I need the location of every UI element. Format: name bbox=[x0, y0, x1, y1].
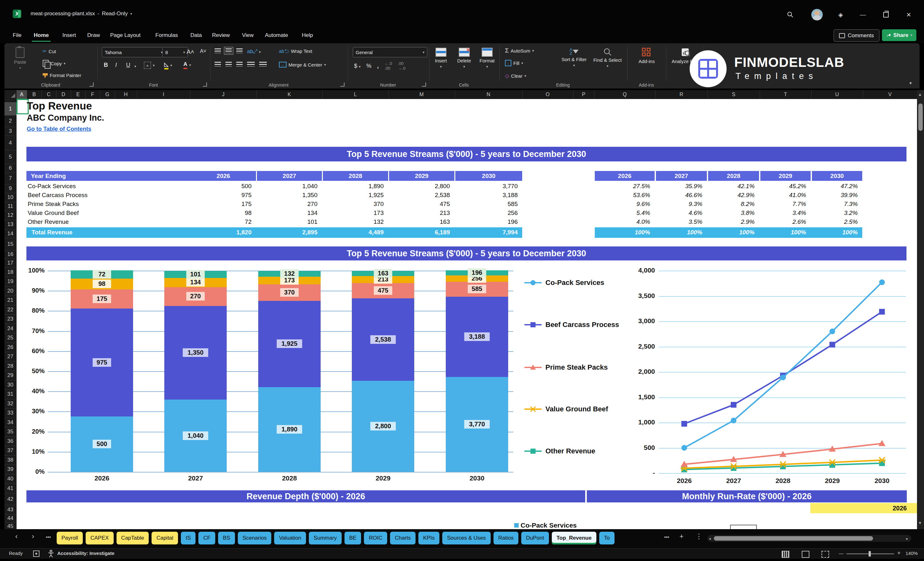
hscroll-left-icon[interactable]: ◂ bbox=[709, 536, 711, 541]
row-header-5[interactable]: 5 bbox=[4, 150, 16, 164]
pct-cell[interactable]: 42.9% bbox=[708, 192, 754, 199]
pct-cell[interactable]: 47.2% bbox=[812, 183, 858, 190]
column-header-G[interactable]: G bbox=[100, 90, 115, 99]
normal-view-icon[interactable] bbox=[782, 551, 789, 558]
table-cell[interactable]: 1,925 bbox=[323, 192, 384, 199]
menu-tab-formulas[interactable]: Formulas bbox=[153, 30, 180, 41]
pct-cell[interactable]: 3.4% bbox=[760, 210, 806, 216]
row-header-27[interactable]: 27 bbox=[4, 352, 16, 362]
table-cell[interactable]: 370 bbox=[323, 201, 384, 208]
row-header-3[interactable]: 3 bbox=[4, 127, 16, 136]
close-button[interactable]: ✕ bbox=[902, 8, 915, 21]
row-header-42[interactable]: 42 bbox=[4, 493, 16, 505]
table-cell[interactable]: 163 bbox=[389, 218, 450, 225]
row-header-30[interactable]: 30 bbox=[4, 380, 16, 390]
sheet-tab-cf[interactable]: CF bbox=[198, 532, 215, 544]
sheet-tab-sources-uses[interactable]: Sources & Uses bbox=[442, 532, 490, 544]
pct-cell[interactable]: 39.9% bbox=[812, 192, 858, 199]
row-header-9[interactable]: 9 bbox=[4, 184, 16, 193]
row-header-17[interactable]: 17 bbox=[4, 258, 16, 268]
sheet-tab-is[interactable]: IS bbox=[181, 532, 195, 544]
table-cell[interactable]: 72 bbox=[191, 218, 252, 225]
legend-item-co-pack-services[interactable]: Co-Pack Services bbox=[524, 279, 604, 287]
pct-cell[interactable]: 3.8% bbox=[708, 210, 754, 216]
table-cell[interactable]: 175 bbox=[191, 201, 252, 208]
comments-button[interactable]: Comments bbox=[834, 29, 879, 42]
row-header-29[interactable]: 29 bbox=[4, 370, 16, 381]
row-header-10[interactable]: 10 bbox=[4, 193, 16, 202]
tab-scroll-left-icon[interactable]: ‹ bbox=[15, 532, 18, 541]
pct-cell[interactable]: 4.6% bbox=[656, 210, 702, 216]
column-header-L[interactable]: L bbox=[322, 90, 389, 99]
row-header-4[interactable]: 4 bbox=[4, 136, 16, 150]
row-header-39[interactable]: 39 bbox=[4, 465, 16, 474]
row-header-2[interactable]: 2 bbox=[4, 115, 16, 127]
pct-cell[interactable]: 3.5% bbox=[656, 218, 702, 225]
table-cell[interactable]: 2,800 bbox=[389, 183, 450, 190]
table-cell[interactable]: 2,538 bbox=[389, 192, 450, 199]
column-header-D[interactable]: D bbox=[56, 90, 71, 99]
pct-cell[interactable]: 7.7% bbox=[760, 201, 806, 208]
table-row-label[interactable]: Prime Steak Packs bbox=[28, 201, 79, 210]
row-header-6[interactable]: 6 bbox=[4, 164, 16, 173]
pct-cell[interactable]: 7.3% bbox=[812, 201, 858, 208]
new-sheet-icon[interactable]: + bbox=[680, 532, 684, 541]
tab-more-icon[interactable]: ••• bbox=[664, 534, 669, 540]
collapse-ribbon-icon[interactable]: ▾ bbox=[909, 80, 912, 86]
table-cell[interactable]: 196 bbox=[455, 218, 518, 225]
page-break-view-icon[interactable] bbox=[822, 551, 829, 558]
sheet-tab-valuation[interactable]: Valuation bbox=[274, 532, 306, 544]
menu-tab-draw[interactable]: Draw bbox=[86, 30, 102, 41]
zoom-in-icon[interactable]: + bbox=[897, 550, 901, 556]
table-row-label[interactable]: Beef Carcass Process bbox=[28, 192, 87, 201]
tab-scroll-right-icon[interactable]: › bbox=[32, 532, 34, 541]
row-header-16[interactable]: 16 bbox=[4, 250, 16, 259]
pct-cell[interactable]: 3.2% bbox=[812, 210, 858, 216]
table-cell[interactable]: 132 bbox=[323, 218, 384, 225]
row-headers[interactable]: 1234567910111213141516171819202122232425… bbox=[4, 99, 16, 529]
font-dialog-launcher[interactable] bbox=[203, 82, 207, 87]
menu-tab-view[interactable]: View bbox=[240, 30, 256, 41]
pct-cell[interactable]: 2.9% bbox=[708, 218, 754, 225]
table-cell[interactable]: 213 bbox=[389, 210, 450, 216]
pct-cell[interactable]: 4.0% bbox=[595, 218, 650, 225]
row-header-20[interactable]: 20 bbox=[4, 286, 16, 296]
column-header-M[interactable]: M bbox=[388, 90, 455, 99]
table-cell[interactable]: 173 bbox=[323, 210, 384, 216]
sheet-tab-capital[interactable]: Capital bbox=[152, 532, 178, 544]
sheet-tab-be[interactable]: BE bbox=[345, 532, 362, 544]
table-cell[interactable]: 1,890 bbox=[323, 183, 384, 190]
row-header-1[interactable]: 1 bbox=[4, 102, 17, 116]
menu-tab-insert[interactable]: Insert bbox=[60, 30, 78, 41]
table-row-label[interactable]: Other Revenue bbox=[28, 218, 69, 227]
hscroll-right-icon[interactable]: ▸ bbox=[906, 536, 908, 541]
zoom-out-icon[interactable]: — bbox=[838, 550, 843, 556]
accessibility-status[interactable]: Accessibility: Investigate bbox=[57, 550, 114, 556]
column-header-N[interactable]: N bbox=[454, 90, 522, 99]
row-header-14[interactable]: 14 bbox=[4, 229, 16, 238]
row-header-7[interactable]: 7 bbox=[4, 172, 16, 184]
zoom-slider-knob[interactable] bbox=[868, 551, 871, 556]
legend-item-value-ground-beef[interactable]: Value Ground Beef bbox=[524, 405, 608, 413]
pct-cell[interactable]: 5.4% bbox=[595, 210, 650, 216]
sheet-tab-top-revenue[interactable]: Top_Revenue bbox=[552, 532, 596, 544]
table-cell[interactable]: 975 bbox=[191, 192, 252, 199]
row-header-31[interactable]: 31 bbox=[4, 389, 16, 399]
horizontal-scroll-thumb[interactable] bbox=[714, 536, 873, 541]
column-header-E[interactable]: E bbox=[70, 90, 86, 99]
row-header-35[interactable]: 35 bbox=[4, 427, 16, 437]
pct-cell[interactable]: 8.2% bbox=[708, 201, 754, 208]
pct-cell[interactable]: 41.0% bbox=[760, 192, 806, 199]
sheet-tab-payroll[interactable]: Payroll bbox=[57, 532, 83, 544]
legend-item-prime-steak-packs[interactable]: Prime Steak Packs bbox=[524, 363, 608, 372]
menu-tab-file[interactable]: File bbox=[11, 30, 23, 41]
column-header-A[interactable]: A bbox=[16, 90, 27, 100]
runrate-year-cell[interactable]: 2026 bbox=[810, 503, 917, 513]
column-header-T[interactable]: T bbox=[760, 90, 812, 99]
legend-item-beef-carcass-process[interactable]: Beef Carcass Process bbox=[524, 321, 619, 329]
sheet-tab-bs[interactable]: BS bbox=[218, 532, 235, 544]
menu-tab-help[interactable]: Help bbox=[300, 30, 315, 41]
sheet-tab-roic[interactable]: ROIC bbox=[364, 532, 387, 544]
row-header-44[interactable]: 44 bbox=[4, 514, 16, 522]
column-header-V[interactable]: V bbox=[863, 90, 917, 99]
